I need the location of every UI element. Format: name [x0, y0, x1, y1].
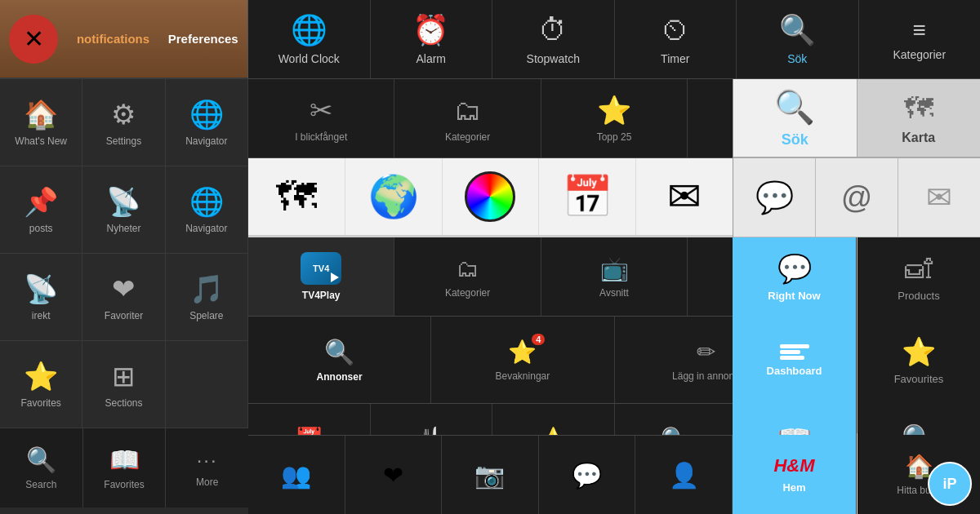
- navigator-label: Navigator: [185, 135, 227, 147]
- screen: 🌐 World Clock ⏰ Alarm ⏱ Stopwatch ⏲ Time…: [0, 0, 980, 514]
- bottom-cam-btn[interactable]: 📷: [442, 436, 539, 514]
- book-icon: 📖: [109, 445, 140, 474]
- left-navigator2[interactable]: 🌐 Navigator: [166, 166, 248, 254]
- left-grid-row2: 📌 posts 📡 Nyheter 🌐 Navigator: [0, 166, 248, 254]
- pencil-icon: ✏: [697, 339, 715, 366]
- clock-alarm[interactable]: ⏰ Alarm: [371, 0, 493, 78]
- clock-sok-icon: 🔍: [779, 13, 816, 47]
- kategorier-item[interactable]: 🗂 Kategorier: [394, 79, 541, 157]
- at-right-item[interactable]: @: [816, 158, 898, 237]
- topp25-item[interactable]: ⭐ Topp 25: [541, 79, 688, 157]
- products-item[interactable]: 🛋 Products: [858, 237, 980, 317]
- top-left-logo[interactable]: ✕: [9, 15, 58, 64]
- world-icon: 🌍: [368, 173, 419, 220]
- clock-world-clock[interactable]: 🌐 World Clock: [248, 0, 371, 78]
- notifications-btn[interactable]: notifications: [77, 32, 149, 46]
- sections-label: Sections: [105, 397, 142, 409]
- karta-tab[interactable]: 🗺 Karta: [858, 79, 981, 157]
- timer-icon: ⏲: [661, 13, 690, 47]
- bevakningar-item[interactable]: ⭐ 4 Bevakningar: [431, 317, 614, 403]
- bottom-contacts-btn[interactable]: 👤: [635, 436, 733, 514]
- bottom-heart-btn[interactable]: ❤: [345, 436, 443, 514]
- annonser-item[interactable]: 🔍 Annonser: [248, 317, 431, 403]
- popup-mail[interactable]: ✉: [636, 158, 733, 235]
- topp25-label: Topp 25: [597, 131, 632, 143]
- left-osts[interactable]: 📡 irekt: [0, 254, 82, 341]
- tv4play-label: TV4Play: [302, 290, 341, 301]
- favourites-right-item[interactable]: ⭐ Favourites: [858, 317, 980, 404]
- popup-apps-row: 🗺 🌍 📅 ✉: [248, 158, 733, 237]
- popup-maps[interactable]: 🗺: [248, 158, 345, 235]
- play-triangle-icon: [331, 273, 339, 282]
- star-top25-icon: ⭐: [597, 94, 631, 126]
- heart-icon: ❤: [112, 273, 135, 305]
- clock-kategorier[interactable]: ≡ Kategorier: [859, 0, 981, 78]
- i-blickfanget-item[interactable]: ✂ I blickfånget: [248, 79, 394, 157]
- left-grid-row4: ⭐ Favorites ⊞ Sections: [0, 341, 248, 428]
- maps-icon: 🗺: [276, 173, 317, 220]
- top-left-branding: ✕ notifications Preferences: [0, 0, 248, 79]
- left-spelare[interactable]: 🎵 Spelare: [166, 254, 248, 341]
- left-posts[interactable]: 📌 posts: [0, 166, 82, 254]
- sok-tab[interactable]: 🔍 Sök: [733, 79, 858, 157]
- left-pages[interactable]: ❤ Favoriter: [82, 254, 165, 341]
- right-tabs: 🔍 Sök 🗺 Karta: [733, 79, 980, 158]
- right-now-item[interactable]: 💬 Right Now: [733, 237, 857, 317]
- tv4play-item[interactable]: TV4 TV4Play: [248, 237, 394, 316]
- left-favorites4[interactable]: ⭐ Favorites: [0, 341, 82, 428]
- search-icon: 🔍: [26, 445, 56, 474]
- clock-sok[interactable]: 🔍 Sök: [737, 0, 859, 78]
- left-grid-row3: 📡 irekt ❤ Favoriter 🎵 Spelare: [0, 254, 248, 341]
- clock-timer[interactable]: ⏲ Timer: [615, 0, 737, 78]
- left-navigator[interactable]: 🌐 Navigator: [166, 79, 248, 166]
- avsnitt-item[interactable]: 📺 Avsnitt: [541, 237, 688, 316]
- dashboard-item[interactable]: Dashboard: [733, 317, 857, 404]
- i-blickfanget-label: I blickfånget: [295, 131, 347, 143]
- rss-icon: 📡: [106, 185, 140, 218]
- preferences-btn[interactable]: Preferences: [168, 32, 238, 46]
- dash-line-3: [780, 356, 805, 360]
- left-search-btn[interactable]: 🔍 Search: [0, 428, 83, 507]
- more-label: More: [196, 476, 218, 488]
- bevakningar-badge: 4: [532, 334, 545, 345]
- star-fav2-icon: ⭐: [902, 335, 936, 368]
- mail-right-icon: ✉: [926, 179, 952, 215]
- left-more-btn[interactable]: ··· More: [166, 428, 248, 507]
- folder3-icon: 🗂: [457, 255, 479, 282]
- sok-tab-icon: 🔍: [774, 88, 815, 126]
- scissors-icon: ✂: [310, 94, 332, 126]
- right-now-label: Right Now: [768, 290, 820, 302]
- annonser-label: Annonser: [317, 371, 363, 383]
- globe2-icon: 🌐: [189, 185, 224, 218]
- left-nyheter[interactable]: 📡 Nyheter: [82, 166, 165, 254]
- mail-right-item[interactable]: ✉: [898, 158, 980, 237]
- at-right-icon: @: [841, 180, 873, 215]
- popup-world[interactable]: 🌍: [345, 158, 443, 235]
- ip-logo-button[interactable]: iP: [928, 462, 972, 506]
- alarm-label: Alarm: [416, 52, 446, 65]
- left-bottom-row: 🔍 Search 📖 Favorites ··· More: [0, 428, 248, 507]
- left-settings[interactable]: ⚙ Settings: [82, 79, 165, 166]
- sofa2-icon: 🛋: [905, 253, 933, 285]
- kategorier3-item[interactable]: 🗂 Kategorier: [394, 237, 541, 316]
- spelare-label: Spelare: [189, 310, 223, 321]
- left-favorites-btn[interactable]: 📖 Favorites: [83, 428, 167, 507]
- popup-colorwheel[interactable]: [443, 158, 540, 235]
- left-sections[interactable]: ⊞ Sections: [82, 341, 165, 428]
- popup-calendar[interactable]: 📅: [539, 158, 636, 235]
- chat-right-item[interactable]: 💬: [733, 158, 816, 237]
- hem-item[interactable]: H&M Hem: [733, 435, 857, 514]
- products-label: Products: [898, 290, 939, 302]
- hm-logo-icon: H&M: [773, 455, 814, 476]
- bottom-people-btn[interactable]: 👥: [248, 436, 345, 514]
- contacts2-icon: 👤: [669, 461, 699, 490]
- left-whats-new[interactable]: 🏠 What's New: [0, 79, 82, 166]
- posts-label: posts: [29, 223, 53, 234]
- mail-popup-icon: ✉: [667, 173, 702, 220]
- sok-tab-label: Sök: [782, 131, 808, 148]
- avsnitt-label: Avsnitt: [599, 287, 629, 299]
- grid-icon: ⊞: [112, 360, 135, 392]
- favorites4-label: Favorites: [20, 397, 60, 409]
- bottom-chat-btn[interactable]: 💬: [539, 436, 636, 514]
- clock-stopwatch[interactable]: ⏱ Stopwatch: [492, 0, 615, 78]
